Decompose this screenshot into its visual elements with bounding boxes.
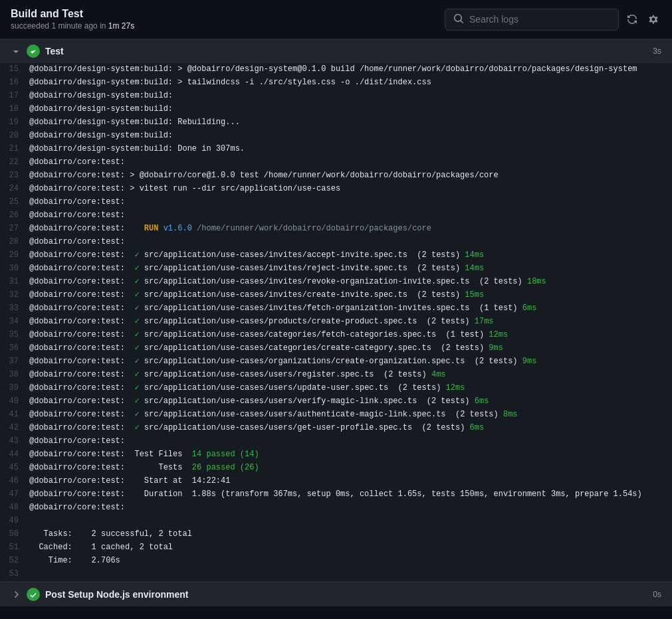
line-number: 45 [5,462,29,474]
log-text: @dobairro/core:test: ✓ src/application/u… [29,315,494,328]
line-number: 49 [5,515,29,527]
log-text: @dobairro/core:test: > vitest run --dir … [29,183,340,195]
log-text: @dobairro/core:test: ✓ src/application/u… [29,302,536,315]
job-duration: 3s [653,46,661,56]
log-text: @dobairro/core:test: ✓ src/application/u… [29,422,484,434]
log-text: @dobairro/design-system:build: > tailwin… [29,76,431,89]
log-line: 23@dobairro/core:test: > @dobairro/core@… [0,169,672,183]
log-text: @dobairro/core:test: ✓ src/application/u… [29,329,508,341]
log-text: @dobairro/core:test: Tests 26 passed (26… [29,462,259,474]
line-number: 37 [5,355,29,368]
page-title: Build and Test [11,8,134,20]
log-line: 21@dobairro/design-system:build: Done in… [0,143,672,156]
log-line: 48@dobairro/core:test: [0,501,672,515]
log-line: 18@dobairro/design-system:build: [0,103,672,116]
log-line: 26@dobairro/core:test: [0,209,672,222]
line-number: 16 [5,76,29,89]
log-text: @dobairro/design-system:build: [29,130,173,142]
subtitle-time: 1 minute ago [51,21,97,31]
log-line: 20@dobairro/design-system:build: [0,130,672,143]
post-setup-duration: 0s [653,590,661,599]
log-line: 39@dobairro/core:test: ✓ src/application… [0,382,672,395]
line-number: 46 [5,475,29,487]
log-line: 47@dobairro/core:test: Duration 1.88s (t… [0,488,672,501]
app-container: Build and Test succeeded 1 minute ago in… [0,0,672,606]
log-text: @dobairro/core:test: Start at 14:22:41 [29,475,230,487]
line-number: 24 [5,183,29,195]
log-line: 30@dobairro/core:test: ✓ src/application… [0,262,672,276]
log-line: 38@dobairro/core:test: ✓ src/application… [0,369,672,382]
settings-button[interactable] [645,11,661,27]
line-number: 26 [5,209,29,222]
refresh-button[interactable] [624,11,640,27]
log-line: 41@dobairro/core:test: ✓ src/application… [0,408,672,422]
line-number: 18 [5,103,29,116]
log-line: 49 [0,515,672,528]
log-line: 28@dobairro/core:test: [0,236,672,249]
gear-icon [648,14,659,25]
log-line: 42@dobairro/core:test: ✓ src/application… [0,422,672,435]
job-name: Test [45,46,64,56]
log-line: 44@dobairro/core:test: Test Files 14 pas… [0,448,672,462]
search-input[interactable] [469,14,610,25]
line-number: 29 [5,249,29,262]
job-header-test[interactable]: Test 3s [0,39,672,63]
log-text: @dobairro/core:test: Duration 1.88s (tra… [29,488,642,501]
log-text: @dobairro/core:test: ✓ src/application/u… [29,395,489,408]
post-setup-success-icon [27,588,40,601]
log-line: 16@dobairro/design-system:build: > tailw… [0,76,672,90]
log-line: 50 Tasks: 2 successful, 2 total [0,528,672,541]
log-text: @dobairro/core:test: ✓ src/application/u… [29,342,503,355]
subtitle-in: in [100,21,106,31]
log-text: @dobairro/core:test: ✓ src/application/u… [29,289,484,302]
search-box[interactable] [445,9,619,31]
log-line: 22@dobairro/core:test: [0,156,672,169]
line-number: 19 [5,116,29,129]
log-line: 27@dobairro/core:test: RUN v1.6.0 /home/… [0,222,672,236]
chevron-right-icon [11,589,21,600]
log-text: @dobairro/core:test: [29,501,125,514]
success-icon [27,44,40,58]
log-line: 37@dobairro/core:test: ✓ src/application… [0,355,672,369]
log-text: @dobairro/design-system:build: [29,103,173,116]
log-line: 33@dobairro/core:test: ✓ src/application… [0,302,672,315]
log-line: 53 [0,568,672,581]
post-setup-section: Post Setup Node.js environment 0s [0,582,672,606]
line-number: 15 [5,63,29,76]
header-right [445,9,661,31]
post-setup-name: Post Setup Node.js environment [45,589,188,600]
line-number: 44 [5,448,29,461]
log-text: @dobairro/core:test: Test Files 14 passe… [29,448,259,461]
search-icon [453,13,464,26]
line-number: 27 [5,222,29,235]
line-number: 38 [5,369,29,381]
log-text: @dobairro/core:test: ✓ src/application/u… [29,262,484,275]
log-text: @dobairro/design-system:build: Rebuildin… [29,116,240,129]
log-text: Time: 2.706s [29,555,120,567]
subtitle-prefix: succeeded [11,21,49,31]
log-text: @dobairro/design-system:build: Done in 3… [29,143,245,155]
post-setup-header[interactable]: Post Setup Node.js environment 0s [0,582,672,606]
subtitle-duration: 1m 27s [108,21,134,31]
line-number: 34 [5,315,29,328]
log-text: @dobairro/core:test: ✓ src/application/u… [29,408,518,421]
line-number: 25 [5,196,29,209]
log-line: 40@dobairro/core:test: ✓ src/application… [0,395,672,408]
line-number: 17 [5,90,29,102]
job-header-left: Test [11,44,64,58]
chevron-down-icon [11,46,21,56]
line-number: 39 [5,382,29,395]
line-number: 30 [5,262,29,275]
page-subtitle: succeeded 1 minute ago in 1m 27s [11,21,134,31]
log-line: 51 Cached: 1 cached, 2 total [0,541,672,555]
log-text: @dobairro/core:test: ✓ src/application/u… [29,276,546,288]
header: Build and Test succeeded 1 minute ago in… [0,0,672,39]
post-setup-header-left: Post Setup Node.js environment [11,588,188,601]
line-number: 23 [5,169,29,182]
line-number: 53 [5,568,29,580]
log-text: @dobairro/design-system:build: > @dobair… [29,63,637,76]
line-number: 32 [5,289,29,302]
log-line: 46@dobairro/core:test: Start at 14:22:41 [0,475,672,488]
line-number: 31 [5,276,29,288]
log-line: 19@dobairro/design-system:build: Rebuild… [0,116,672,130]
